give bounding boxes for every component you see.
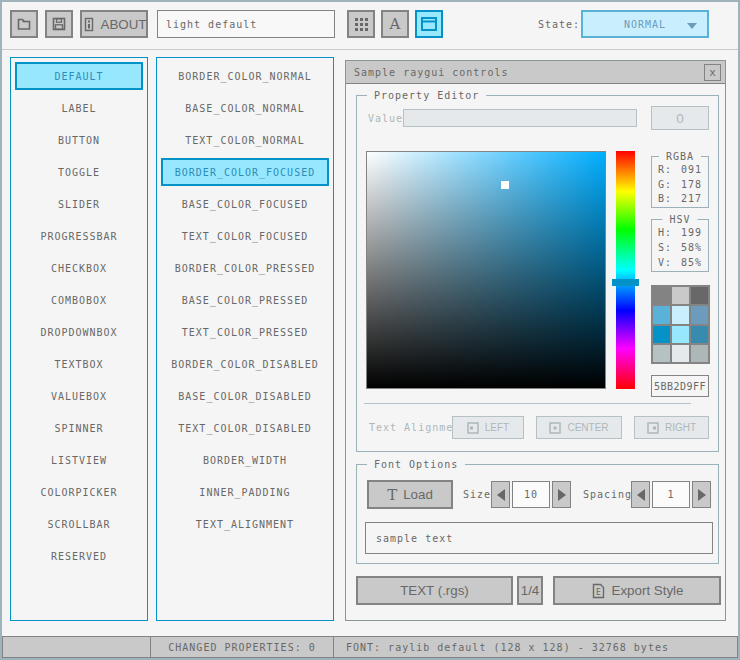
control-item-reserved[interactable]: RESERVED (15, 542, 143, 570)
control-item-dropdownbox[interactable]: DROPDOWNBOX (15, 318, 143, 346)
align-right-icon (647, 422, 659, 434)
info-icon (82, 17, 96, 32)
property-item[interactable]: TEXT_COLOR_DISABLED (161, 414, 329, 442)
property-editor-group-label: Property Editor (367, 90, 486, 102)
property-item[interactable]: TEXT_COLOR_NORMAL (161, 126, 329, 154)
align-left-button[interactable]: LEFT (452, 416, 524, 439)
s-value: 58% (681, 241, 702, 254)
control-item-combobox[interactable]: COMBOBOX (15, 286, 143, 314)
arrow-left-icon (497, 489, 505, 501)
about-button-label: ABOUT (101, 17, 147, 32)
group-separator-line (364, 403, 691, 404)
state-dropdown-value: NORMAL (624, 19, 666, 30)
font-spacing-increase-button[interactable] (692, 481, 711, 508)
font-size-increase-button[interactable] (552, 481, 571, 508)
property-item[interactable]: BORDER_COLOR_PRESSED (161, 254, 329, 282)
b-label: B: (658, 192, 672, 205)
property-item[interactable]: BORDER_COLOR_DISABLED (161, 350, 329, 378)
font-size-value[interactable]: 10 (512, 481, 550, 508)
color-swatch[interactable] (672, 306, 689, 323)
property-item-selected[interactable]: BORDER_COLOR_FOCUSED (161, 158, 329, 186)
status-font-info: FONT: raylib default (128 x 128) - 32768… (333, 636, 738, 658)
export-style-button[interactable]: E Export Style (553, 576, 721, 605)
floppy-save-icon (51, 16, 67, 32)
window-title: Sample raygui controls (354, 67, 508, 78)
state-dropdown[interactable]: NORMAL (581, 10, 709, 38)
open-style-button[interactable] (10, 10, 38, 38)
export-format-button[interactable]: TEXT (.rgs) (356, 576, 513, 605)
control-item-listview[interactable]: LISTVIEW (15, 446, 143, 474)
h-label: H: (658, 226, 672, 239)
control-item-button[interactable]: BUTTON (15, 126, 143, 154)
property-item[interactable]: BORDER_WIDTH (161, 446, 329, 474)
control-item-toggle[interactable]: TOGGLE (15, 158, 143, 186)
control-item-colorpicker[interactable]: COLORPICKER (15, 478, 143, 506)
font-atlas-toggle[interactable]: A (381, 10, 409, 38)
color-swatch[interactable] (691, 326, 708, 343)
property-item[interactable]: BORDER_COLOR_NORMAL (161, 62, 329, 90)
value-spinner-button[interactable]: 0 (651, 106, 709, 130)
format-page-button[interactable]: 1/4 (517, 576, 543, 605)
control-item-progressbar[interactable]: PROGRESSBAR (15, 222, 143, 250)
export-style-label: Export Style (612, 583, 684, 598)
control-item-scrollbar[interactable]: SCROLLBAR (15, 510, 143, 538)
v-value: 85% (681, 256, 702, 269)
style-table-toggle[interactable] (347, 10, 375, 38)
font-size-decrease-button[interactable] (491, 481, 510, 508)
control-item-valuebox[interactable]: VALUEBOX (15, 382, 143, 410)
align-right-label: RIGHT (665, 422, 696, 433)
color-swatch[interactable] (672, 345, 689, 362)
property-item[interactable]: BASE_COLOR_DISABLED (161, 382, 329, 410)
color-swatch[interactable] (672, 287, 689, 304)
color-swatch[interactable] (691, 287, 708, 304)
controls-preview-toggle[interactable] (415, 10, 443, 38)
hue-slider-handle[interactable] (612, 279, 639, 286)
control-item-slider[interactable]: SLIDER (15, 190, 143, 218)
hsv-group-label: HSV (662, 214, 697, 226)
s-label: S: (658, 241, 672, 254)
font-spacing-decrease-button[interactable] (631, 481, 650, 508)
r-label: R: (658, 163, 672, 176)
close-icon[interactable]: x (704, 64, 721, 81)
save-style-button[interactable] (45, 10, 73, 38)
property-item[interactable]: BASE_COLOR_FOCUSED (161, 190, 329, 218)
color-swatch[interactable] (691, 345, 708, 362)
window-titlebar[interactable]: Sample raygui controls (346, 61, 725, 84)
v-label: V: (658, 256, 672, 269)
hex-color-input[interactable]: 5BB2D9FF (651, 375, 709, 397)
control-item-label[interactable]: LABEL (15, 94, 143, 122)
property-item[interactable]: BASE_COLOR_NORMAL (161, 94, 329, 122)
color-saturation-value-picker[interactable] (366, 151, 606, 389)
color-picker-cursor[interactable] (501, 181, 509, 189)
about-button[interactable]: ABOUT (80, 10, 148, 38)
font-spacing-value[interactable]: 1 (652, 481, 690, 508)
sample-text-input[interactable]: sample text (365, 522, 713, 554)
property-item[interactable]: BASE_COLOR_PRESSED (161, 286, 329, 314)
property-item[interactable]: TEXT_COLOR_FOCUSED (161, 222, 329, 250)
property-item[interactable]: INNER_PADDING (161, 478, 329, 506)
color-swatch[interactable] (653, 345, 670, 362)
style-name-input[interactable] (157, 10, 335, 38)
control-item-checkbox[interactable]: CHECKBOX (15, 254, 143, 282)
r-value: 091 (681, 163, 702, 176)
property-item[interactable]: TEXT_ALIGNMENT (161, 510, 329, 538)
export-file-icon: E (591, 583, 606, 599)
align-right-button[interactable]: RIGHT (634, 416, 709, 439)
b-value: 217 (681, 192, 702, 205)
align-center-button[interactable]: CENTER (536, 416, 622, 439)
status-bar: CHANGED PROPERTIES: 0 FONT: raylib defau… (2, 636, 738, 658)
color-swatch[interactable] (691, 306, 708, 323)
color-swatch[interactable] (672, 326, 689, 343)
font-load-button[interactable]: T Load (367, 480, 453, 509)
color-swatch[interactable] (653, 326, 670, 343)
color-swatch[interactable] (653, 287, 670, 304)
control-item-spinner[interactable]: SPINNER (15, 414, 143, 442)
chevron-down-icon (687, 23, 697, 29)
status-cell-empty (2, 636, 151, 658)
control-item-default[interactable]: DEFAULT (15, 62, 143, 90)
property-item[interactable]: TEXT_COLOR_PRESSED (161, 318, 329, 346)
value-input[interactable] (403, 109, 637, 127)
color-swatch[interactable] (653, 306, 670, 323)
hue-bar[interactable] (616, 151, 635, 389)
control-item-textbox[interactable]: TEXTBOX (15, 350, 143, 378)
